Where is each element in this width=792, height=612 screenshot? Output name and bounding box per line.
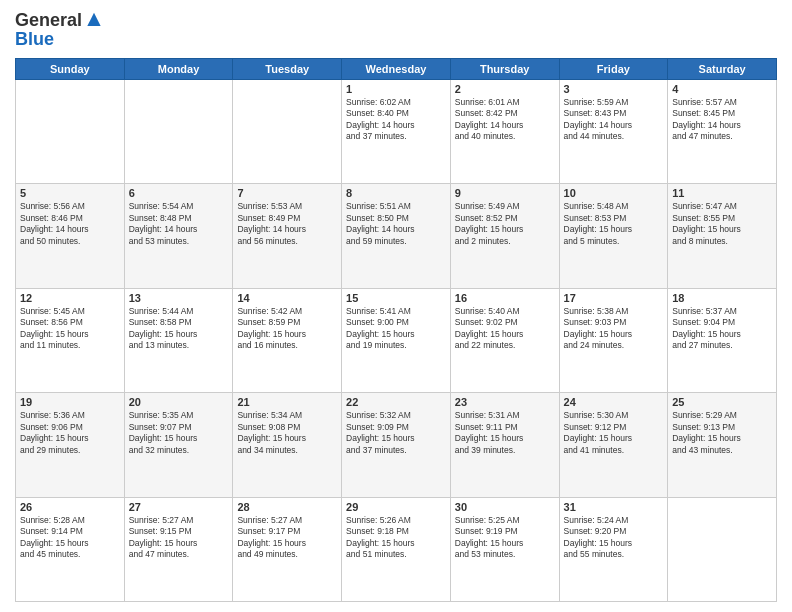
weekday-header-row: SundayMondayTuesdayWednesdayThursdayFrid…: [16, 59, 777, 80]
weekday-header-thursday: Thursday: [450, 59, 559, 80]
day-info: Sunrise: 5:47 AM Sunset: 8:55 PM Dayligh…: [672, 201, 772, 247]
day-info: Sunrise: 5:37 AM Sunset: 9:04 PM Dayligh…: [672, 306, 772, 352]
day-info: Sunrise: 5:31 AM Sunset: 9:11 PM Dayligh…: [455, 410, 555, 456]
day-number: 5: [20, 187, 120, 199]
calendar-cell: 15Sunrise: 5:41 AM Sunset: 9:00 PM Dayli…: [342, 288, 451, 392]
calendar-cell: 6Sunrise: 5:54 AM Sunset: 8:48 PM Daylig…: [124, 184, 233, 288]
day-number: 7: [237, 187, 337, 199]
week-row-5: 26Sunrise: 5:28 AM Sunset: 9:14 PM Dayli…: [16, 497, 777, 601]
day-number: 12: [20, 292, 120, 304]
day-info: Sunrise: 5:57 AM Sunset: 8:45 PM Dayligh…: [672, 97, 772, 143]
day-number: 4: [672, 83, 772, 95]
calendar-cell: [16, 80, 125, 184]
weekday-header-saturday: Saturday: [668, 59, 777, 80]
day-info: Sunrise: 5:27 AM Sunset: 9:15 PM Dayligh…: [129, 515, 229, 561]
day-number: 15: [346, 292, 446, 304]
calendar-cell: 29Sunrise: 5:26 AM Sunset: 9:18 PM Dayli…: [342, 497, 451, 601]
day-info: Sunrise: 5:34 AM Sunset: 9:08 PM Dayligh…: [237, 410, 337, 456]
calendar-cell: 17Sunrise: 5:38 AM Sunset: 9:03 PM Dayli…: [559, 288, 668, 392]
calendar-table: SundayMondayTuesdayWednesdayThursdayFrid…: [15, 58, 777, 602]
logo-icon: [84, 11, 104, 31]
day-info: Sunrise: 5:59 AM Sunset: 8:43 PM Dayligh…: [564, 97, 664, 143]
day-info: Sunrise: 5:28 AM Sunset: 9:14 PM Dayligh…: [20, 515, 120, 561]
calendar-cell: 23Sunrise: 5:31 AM Sunset: 9:11 PM Dayli…: [450, 393, 559, 497]
day-info: Sunrise: 5:36 AM Sunset: 9:06 PM Dayligh…: [20, 410, 120, 456]
week-row-3: 12Sunrise: 5:45 AM Sunset: 8:56 PM Dayli…: [16, 288, 777, 392]
day-info: Sunrise: 5:27 AM Sunset: 9:17 PM Dayligh…: [237, 515, 337, 561]
day-info: Sunrise: 5:38 AM Sunset: 9:03 PM Dayligh…: [564, 306, 664, 352]
week-row-4: 19Sunrise: 5:36 AM Sunset: 9:06 PM Dayli…: [16, 393, 777, 497]
calendar-cell: [668, 497, 777, 601]
day-number: 31: [564, 501, 664, 513]
day-number: 28: [237, 501, 337, 513]
calendar-cell: 9Sunrise: 5:49 AM Sunset: 8:52 PM Daylig…: [450, 184, 559, 288]
calendar-cell: 1Sunrise: 6:02 AM Sunset: 8:40 PM Daylig…: [342, 80, 451, 184]
day-info: Sunrise: 5:54 AM Sunset: 8:48 PM Dayligh…: [129, 201, 229, 247]
day-info: Sunrise: 5:56 AM Sunset: 8:46 PM Dayligh…: [20, 201, 120, 247]
day-number: 27: [129, 501, 229, 513]
weekday-header-monday: Monday: [124, 59, 233, 80]
day-info: Sunrise: 5:40 AM Sunset: 9:02 PM Dayligh…: [455, 306, 555, 352]
day-number: 25: [672, 396, 772, 408]
logo: General Blue: [15, 10, 104, 50]
day-info: Sunrise: 6:01 AM Sunset: 8:42 PM Dayligh…: [455, 97, 555, 143]
calendar-cell: [233, 80, 342, 184]
calendar-cell: 18Sunrise: 5:37 AM Sunset: 9:04 PM Dayli…: [668, 288, 777, 392]
day-number: 13: [129, 292, 229, 304]
calendar-cell: 14Sunrise: 5:42 AM Sunset: 8:59 PM Dayli…: [233, 288, 342, 392]
page: General Blue SundayMondayTuesdayWednesda…: [0, 0, 792, 612]
day-number: 30: [455, 501, 555, 513]
calendar-cell: 27Sunrise: 5:27 AM Sunset: 9:15 PM Dayli…: [124, 497, 233, 601]
day-number: 8: [346, 187, 446, 199]
day-info: Sunrise: 5:41 AM Sunset: 9:00 PM Dayligh…: [346, 306, 446, 352]
calendar-cell: 31Sunrise: 5:24 AM Sunset: 9:20 PM Dayli…: [559, 497, 668, 601]
day-info: Sunrise: 5:51 AM Sunset: 8:50 PM Dayligh…: [346, 201, 446, 247]
logo-general: General: [15, 10, 82, 31]
day-info: Sunrise: 5:24 AM Sunset: 9:20 PM Dayligh…: [564, 515, 664, 561]
weekday-header-tuesday: Tuesday: [233, 59, 342, 80]
calendar-cell: 2Sunrise: 6:01 AM Sunset: 8:42 PM Daylig…: [450, 80, 559, 184]
calendar-cell: [124, 80, 233, 184]
day-info: Sunrise: 5:32 AM Sunset: 9:09 PM Dayligh…: [346, 410, 446, 456]
weekday-header-wednesday: Wednesday: [342, 59, 451, 80]
header: General Blue: [15, 10, 777, 50]
calendar-cell: 20Sunrise: 5:35 AM Sunset: 9:07 PM Dayli…: [124, 393, 233, 497]
calendar-cell: 19Sunrise: 5:36 AM Sunset: 9:06 PM Dayli…: [16, 393, 125, 497]
calendar-cell: 28Sunrise: 5:27 AM Sunset: 9:17 PM Dayli…: [233, 497, 342, 601]
weekday-header-friday: Friday: [559, 59, 668, 80]
day-info: Sunrise: 5:25 AM Sunset: 9:19 PM Dayligh…: [455, 515, 555, 561]
day-number: 23: [455, 396, 555, 408]
calendar-cell: 21Sunrise: 5:34 AM Sunset: 9:08 PM Dayli…: [233, 393, 342, 497]
day-number: 14: [237, 292, 337, 304]
day-info: Sunrise: 5:29 AM Sunset: 9:13 PM Dayligh…: [672, 410, 772, 456]
day-number: 19: [20, 396, 120, 408]
calendar-cell: 10Sunrise: 5:48 AM Sunset: 8:53 PM Dayli…: [559, 184, 668, 288]
calendar-cell: 3Sunrise: 5:59 AM Sunset: 8:43 PM Daylig…: [559, 80, 668, 184]
calendar-cell: 26Sunrise: 5:28 AM Sunset: 9:14 PM Dayli…: [16, 497, 125, 601]
day-info: Sunrise: 5:53 AM Sunset: 8:49 PM Dayligh…: [237, 201, 337, 247]
calendar-cell: 13Sunrise: 5:44 AM Sunset: 8:58 PM Dayli…: [124, 288, 233, 392]
calendar-cell: 22Sunrise: 5:32 AM Sunset: 9:09 PM Dayli…: [342, 393, 451, 497]
weekday-header-sunday: Sunday: [16, 59, 125, 80]
logo-blue: Blue: [15, 29, 104, 50]
calendar-cell: 8Sunrise: 5:51 AM Sunset: 8:50 PM Daylig…: [342, 184, 451, 288]
day-number: 20: [129, 396, 229, 408]
day-info: Sunrise: 5:48 AM Sunset: 8:53 PM Dayligh…: [564, 201, 664, 247]
day-number: 26: [20, 501, 120, 513]
calendar-cell: 4Sunrise: 5:57 AM Sunset: 8:45 PM Daylig…: [668, 80, 777, 184]
day-number: 24: [564, 396, 664, 408]
week-row-1: 1Sunrise: 6:02 AM Sunset: 8:40 PM Daylig…: [16, 80, 777, 184]
day-info: Sunrise: 5:49 AM Sunset: 8:52 PM Dayligh…: [455, 201, 555, 247]
day-number: 16: [455, 292, 555, 304]
svg-marker-0: [87, 12, 100, 25]
calendar-cell: 5Sunrise: 5:56 AM Sunset: 8:46 PM Daylig…: [16, 184, 125, 288]
day-number: 9: [455, 187, 555, 199]
calendar-cell: 25Sunrise: 5:29 AM Sunset: 9:13 PM Dayli…: [668, 393, 777, 497]
day-number: 10: [564, 187, 664, 199]
day-number: 18: [672, 292, 772, 304]
day-info: Sunrise: 5:45 AM Sunset: 8:56 PM Dayligh…: [20, 306, 120, 352]
calendar-cell: 24Sunrise: 5:30 AM Sunset: 9:12 PM Dayli…: [559, 393, 668, 497]
day-info: Sunrise: 5:44 AM Sunset: 8:58 PM Dayligh…: [129, 306, 229, 352]
calendar-cell: 11Sunrise: 5:47 AM Sunset: 8:55 PM Dayli…: [668, 184, 777, 288]
day-number: 22: [346, 396, 446, 408]
